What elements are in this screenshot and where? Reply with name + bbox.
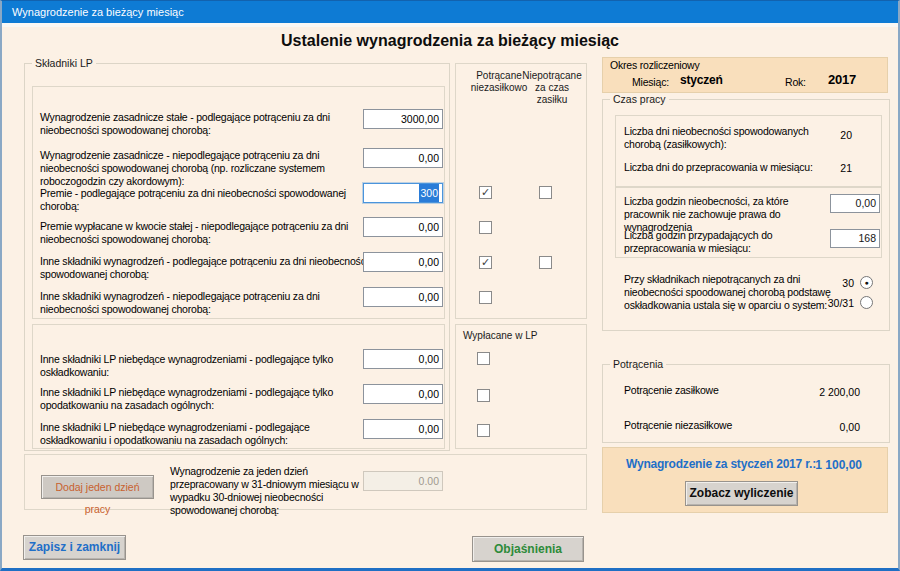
dni-choroba-label: Liczba dni nieobecności spowodowanych ch…	[624, 125, 838, 151]
wynagrodzenie-niepodlegajace-input[interactable]: 0,00	[363, 148, 443, 168]
czas-pracy-group-label: Czas pracy	[610, 93, 669, 105]
add-day-label: Wynagrodzenie za jeden dzień przepracowa…	[170, 465, 368, 517]
skladniki-group-label: Składniki LP	[32, 57, 96, 69]
row-label-lp-oskladkowanie: Inne składniki LP niebędące wynagrodzeni…	[40, 353, 372, 379]
godziny-nieobecnosci-input[interactable]: 0,00	[830, 194, 880, 213]
okres-group-label: Okres rozliczeniowy	[610, 59, 700, 72]
checkbox-lp1-wyplacane[interactable]	[477, 352, 490, 365]
inne-skladniki-niepodlegajace-input[interactable]: 0,00	[363, 287, 443, 307]
dni-przepracowania-value: 21	[812, 162, 852, 174]
checkbox-inne-potracane[interactable]: ✓	[479, 256, 492, 269]
checkbox-panel-bottom	[455, 324, 587, 449]
premie-stale-input[interactable]: 0,00	[363, 217, 443, 237]
dni-choroba-value: 20	[812, 129, 852, 141]
potracenie-zasilkowe-value: 2 200,00	[760, 386, 860, 398]
checkbox-premie-niepotracane[interactable]	[539, 186, 552, 199]
window-title: Wynagrodzenie za bieżący miesiąc	[12, 6, 184, 18]
col-header-niepotracane: Niepotrącane za czas zasiłku	[521, 70, 583, 106]
radio-label-30: 30	[800, 277, 854, 289]
save-close-button[interactable]: Zapisz i zamknij	[23, 535, 126, 560]
month-label: Miesiąc:	[632, 76, 669, 89]
potracenia-group-label: Potrącenia	[610, 358, 666, 370]
inne-skladniki-podlegajace-input[interactable]: 0,00	[363, 252, 443, 272]
selected-text: 300	[419, 184, 439, 202]
row-label-inne-podlegajace: Inne składniki wynagrodzeń - podlegające…	[40, 255, 372, 281]
year-value: 2017	[828, 73, 856, 86]
row-label-lp-opodatkowanie: Inne składniki LP niebędące wynagrodzeni…	[40, 386, 372, 412]
explanations-button[interactable]: Objaśnienia	[472, 536, 584, 562]
row-label-inne-niepodlegajace: Inne składniki wynagrodzeń - niepodlegaj…	[40, 290, 372, 316]
col-header-wyplacane: Wypłacane w LP	[463, 330, 553, 342]
godziny-przepracowania-input[interactable]: 168	[830, 229, 880, 248]
add-day-button[interactable]: Dodaj jeden dzień pracy	[41, 475, 154, 499]
lp-oskladkowanie-input[interactable]: 0,00	[363, 349, 443, 369]
page-title: Ustalenie wynagrodzenia za bieżący miesi…	[2, 32, 898, 50]
lp-opodatkowanie-input[interactable]: 0,00	[363, 384, 443, 404]
view-calculation-button[interactable]: Zobacz wyliczenie	[685, 481, 798, 506]
summary-value: 1 100,00	[758, 458, 862, 472]
lp-osklad-opodat-input[interactable]: 0,00	[363, 419, 443, 439]
row-label-wynagrodzenie-stale: Wynagrodzenie zasadnicze stałe - podlega…	[40, 111, 372, 137]
radio-label-30-31: 30/31	[800, 297, 854, 309]
wynagrodzenie-stale-input[interactable]: 3000,00	[363, 109, 443, 129]
checkbox-inne-niepotracane[interactable]	[539, 256, 552, 269]
radio-system-30-31[interactable]	[860, 296, 873, 309]
row-label-lp-osklad-opodat: Inne składniki LP niebędące wynagrodzeni…	[40, 421, 372, 447]
month-value: styczeń	[680, 74, 723, 87]
row-label-wynagrodzenie-niepodlegajace: Wynagrodzenie zasadnicze - niepodlegając…	[40, 149, 372, 188]
row-label-premie-potracane: Premie - podlegające potrąceniu za dni n…	[40, 187, 372, 213]
premie-potracane-input[interactable]: 300	[363, 183, 443, 203]
godziny-przepracowania-label: Liczba godzin przypadających do przeprac…	[624, 229, 834, 255]
potracenie-niezasilkowe-value: 0,00	[760, 421, 860, 433]
year-label: Rok:	[785, 76, 806, 89]
radio-system-30[interactable]: ●	[860, 276, 873, 289]
checkbox-premie-potracane[interactable]: ✓	[479, 186, 492, 199]
dzien-pracy-input: 0.00	[363, 471, 443, 491]
checkbox-premie-stale-potracane[interactable]	[479, 221, 492, 234]
checkbox-inne2-potracane[interactable]	[479, 291, 492, 304]
titlebar-divider	[2, 23, 898, 27]
row-label-premie-stale: Premie wypłacane w kwocie stałej - niepo…	[40, 220, 372, 246]
title-bar: Wynagrodzenie za bieżący miesiąc	[2, 1, 898, 23]
checkbox-lp3-wyplacane[interactable]	[477, 424, 490, 437]
checkbox-lp2-wyplacane[interactable]	[477, 389, 490, 402]
app-window: Wynagrodzenie za bieżący miesiąc Ustalen…	[0, 0, 900, 571]
